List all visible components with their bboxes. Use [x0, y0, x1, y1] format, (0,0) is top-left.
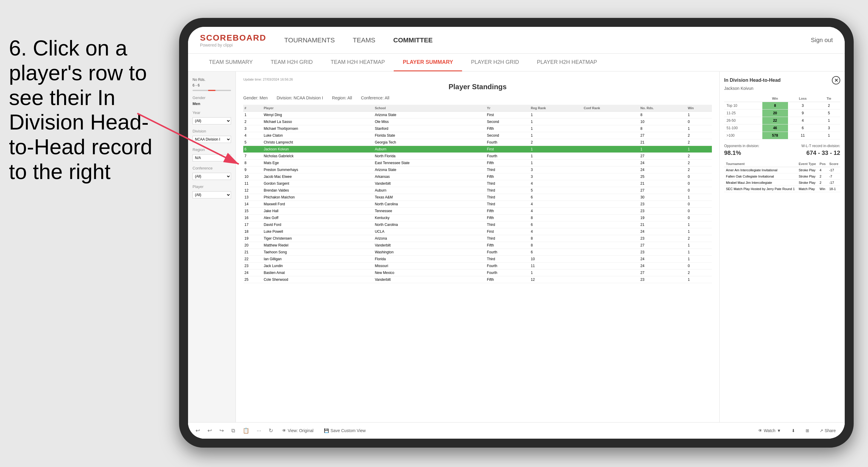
division-filter-select[interactable]: NCAA Division I — [192, 136, 231, 143]
cell-yr: Third — [486, 235, 529, 242]
cell-school: Arizona State — [374, 166, 486, 174]
redo-icon[interactable]: ↪ — [218, 426, 225, 435]
table-row[interactable]: 13 Phichaksn Maichon Texas A&M Third 6 3… — [243, 194, 712, 201]
cell-conf-rank — [582, 174, 639, 180]
undo2-icon[interactable]: ↩ — [206, 426, 213, 435]
cell-player: Mats Ege — [262, 160, 373, 166]
year-filter-select[interactable]: (All) — [192, 117, 231, 124]
cell-school: North Carolina — [374, 221, 486, 228]
table-row[interactable]: 16 Alex Goff Kentucky Fifth 8 19 0 — [243, 215, 712, 221]
t-pos: 2 — [818, 174, 828, 180]
cell-school: Texas A&M — [374, 194, 486, 201]
region-filter-select[interactable]: N/A — [192, 154, 231, 161]
wlt-row: 98.1% 674 - 33 - 12 — [724, 150, 840, 156]
cell-win: 1 — [686, 249, 712, 256]
paste-icon[interactable]: 📋 — [241, 426, 251, 435]
tab-player-h2h-heatmap[interactable]: PLAYER H2H HEATMAP — [528, 54, 606, 71]
year-filter-label: Year — [192, 111, 231, 115]
cell-conf-rank — [582, 215, 639, 221]
tab-player-summary[interactable]: PLAYER SUMMARY — [394, 54, 462, 71]
cell-rank: 3 — [243, 125, 262, 132]
table-row[interactable]: 7 Nicholas Gabrielck North Florida Fourt… — [243, 153, 712, 160]
nav-teams[interactable]: TEAMS — [353, 33, 375, 47]
tab-team-h2h-heatmap[interactable]: TEAM H2H HEATMAP — [322, 54, 394, 71]
cell-player: Ian Gilligan — [262, 256, 373, 262]
table-row[interactable]: 19 Tiger Christensen Arizona Third 8 23 … — [243, 235, 712, 242]
cell-no-rds: 21 — [639, 139, 687, 146]
save-custom-button[interactable]: 💾 Save Custom View — [321, 427, 369, 434]
table-row[interactable]: 15 Jake Hall Tennessee Fifth 4 23 0 — [243, 208, 712, 215]
nav-tournaments[interactable]: TOURNAMENTS — [284, 33, 335, 47]
table-row[interactable]: 22 Ian Gilligan Florida Third 10 24 1 — [243, 256, 712, 262]
sign-out-button[interactable]: Sign out — [811, 37, 833, 43]
cell-reg-rank: 1 — [529, 132, 582, 139]
cell-school: Vanderbilt — [374, 242, 486, 249]
tournament-row: Mirabel Maui Jim Intercollegiate Stroke … — [724, 180, 840, 186]
t-type: Stroke Play — [797, 167, 818, 174]
cell-no-rds: 21 — [639, 180, 687, 187]
table-row[interactable]: 2 Michael La Sasso Ole Miss Second 1 10 … — [243, 119, 712, 125]
tab-player-h2h-grid[interactable]: PLAYER H2H GRID — [462, 54, 528, 71]
table-row[interactable]: 10 Jacob Mac Elwee Arkansas Fifth 3 25 0 — [243, 174, 712, 180]
cell-school: Vanderbilt — [374, 276, 486, 283]
toolbar-action-1[interactable]: ⬇ — [788, 427, 798, 434]
cell-yr: Third — [486, 194, 529, 201]
table-row[interactable]: 3 Michael Thorbjornsen Stanford Fifth 1 … — [243, 125, 712, 132]
cell-no-rds: 24 — [639, 256, 687, 262]
cell-no-rds: 23 — [639, 235, 687, 242]
more-icon[interactable]: ··· — [255, 426, 263, 435]
table-row[interactable]: 12 Brendan Valdes Auburn Third 5 27 0 — [243, 187, 712, 194]
cell-reg-rank: 3 — [529, 166, 582, 174]
undo-icon[interactable]: ↩ — [194, 426, 202, 435]
cell-conf-rank — [582, 249, 639, 256]
table-row[interactable]: 8 Mats Ege East Tennessee State Fifth 1 … — [243, 160, 712, 166]
t-score: -17 — [828, 167, 840, 174]
player-filter-select[interactable]: (All) — [192, 191, 231, 198]
table-row[interactable]: 14 Maxwell Ford North Carolina Third 4 2… — [243, 201, 712, 208]
cell-player: Jackson Koivun — [262, 146, 373, 153]
table-row[interactable]: 21 Taehoon Song Washington Fourth 6 23 1 — [243, 249, 712, 256]
h2h-rank-cell: 11-25 — [724, 110, 762, 117]
table-row[interactable]: 9 Preston Summerhays Arizona State Third… — [243, 166, 712, 174]
cell-player: Bastien Amat — [262, 270, 373, 276]
refresh-icon[interactable]: ↻ — [267, 426, 275, 435]
standings-table: # Player School Yr Reg Rank Conf Rank No… — [243, 105, 712, 283]
watch-button[interactable]: 👁 Watch ▼ — [755, 427, 784, 434]
table-row[interactable]: 20 Matthew Riedel Vanderbilt Fifth 8 27 … — [243, 242, 712, 249]
table-row[interactable]: 11 Gordon Sargent Vanderbilt Third 4 21 … — [243, 180, 712, 187]
division-filter-label: Division — [192, 129, 231, 133]
table-row[interactable]: 17 David Ford North Carolina Third 6 21 … — [243, 221, 712, 228]
cell-win: 0 — [686, 174, 712, 180]
share-button[interactable]: ↗ Share — [817, 427, 839, 434]
view-original-button[interactable]: 👁 View: Original — [279, 427, 316, 434]
table-row[interactable]: 6 Jackson Koivun Auburn First 1 1 1 — [243, 146, 712, 153]
col-no-rds: No. Rds. — [639, 105, 687, 112]
table-row[interactable]: 25 Cole Sherwood Vanderbilt Fifth 12 23 … — [243, 276, 712, 283]
cell-rank: 10 — [243, 174, 262, 180]
close-h2h-button[interactable]: ✕ — [832, 76, 840, 85]
cell-conf-rank — [582, 194, 639, 201]
conference-filter-select[interactable]: (All) — [192, 173, 231, 180]
toolbar-action-2[interactable]: ⊞ — [803, 427, 812, 434]
table-row[interactable]: 4 Luke Claton Florida State Second 1 27 … — [243, 132, 712, 139]
cell-reg-rank: 4 — [529, 208, 582, 215]
cell-conf-rank — [582, 201, 639, 208]
no-rds-max: 6 — [197, 83, 200, 87]
cell-win: 2 — [686, 153, 712, 160]
table-row[interactable]: 1 Wenyi Ding Arizona State First 1 8 1 — [243, 112, 712, 119]
copy-icon[interactable]: ⧉ — [230, 426, 237, 435]
tab-team-h2h-grid[interactable]: TEAM H2H GRID — [262, 54, 322, 71]
center-panel: Update time: 27/03/2024 16:56:26 Player … — [236, 72, 719, 439]
sub-nav: TEAM SUMMARY TEAM H2H GRID TEAM H2H HEAT… — [188, 54, 845, 72]
table-row[interactable]: 5 Christo Lamprecht Georgia Tech Fourth … — [243, 139, 712, 146]
cell-player: Preston Summerhays — [262, 166, 373, 174]
tab-team-summary[interactable]: TEAM SUMMARY — [200, 54, 262, 71]
h2h-win-cell: 22 — [762, 117, 788, 124]
nav-committee[interactable]: COMMITTEE — [394, 33, 433, 47]
table-row[interactable]: 18 Luke Powell UCLA First 4 24 1 — [243, 228, 712, 235]
cell-player: Gordon Sargent — [262, 180, 373, 187]
table-row[interactable]: 23 Jack Lundin Missouri Fourth 11 24 0 — [243, 262, 712, 270]
cell-yr: Fifth — [486, 174, 529, 180]
cell-reg-rank: 4 — [529, 201, 582, 208]
table-row[interactable]: 24 Bastien Amat New Mexico Fourth 1 27 2 — [243, 270, 712, 276]
